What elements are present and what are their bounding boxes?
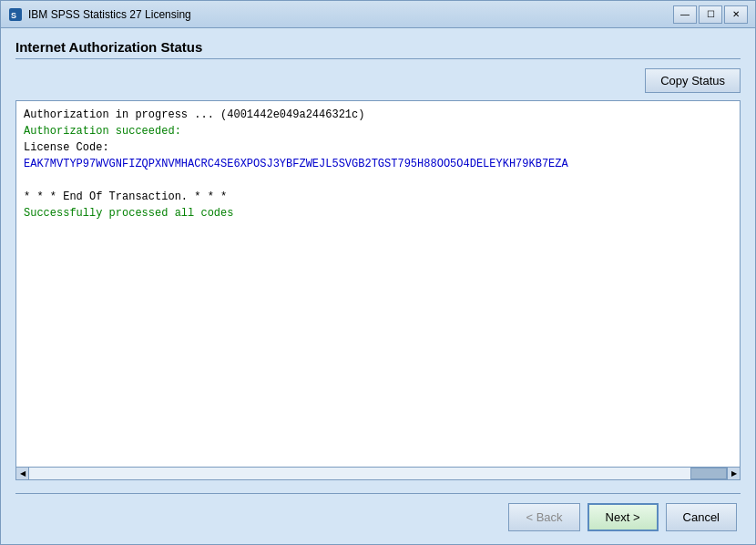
next-button[interactable]: Next >: [587, 503, 659, 531]
title-divider: [15, 58, 741, 59]
copy-status-row: Copy Status: [15, 68, 741, 93]
bottom-buttons: < Back Next > Cancel: [15, 503, 741, 531]
horizontal-scrollbar: ◀ ▶: [16, 467, 740, 479]
copy-status-button[interactable]: Copy Status: [645, 68, 741, 93]
log-line-7: Successfully processed all codes: [24, 205, 732, 221]
scroll-right-button[interactable]: ▶: [727, 468, 740, 480]
log-line-6: * * * End Of Transaction. * * *: [24, 189, 732, 205]
log-content: Authorization in progress ... (4001442e0…: [24, 107, 732, 221]
app-icon: S: [8, 7, 23, 22]
minimize-button[interactable]: —: [673, 5, 697, 24]
bottom-area: < Back Next > Cancel: [15, 488, 741, 537]
svg-text:S: S: [11, 11, 16, 20]
log-line-5: [24, 172, 732, 189]
bottom-divider: [15, 493, 741, 494]
log-line-1: Authorization in progress ... (4001442e0…: [24, 107, 732, 123]
log-line-4: EAK7MVTYP97WVGNFIZQPXNVMHACRC4SE6XPOSJ3Y…: [24, 156, 732, 172]
log-line-2: Authorization succeeded:: [24, 123, 732, 139]
cancel-button[interactable]: Cancel: [666, 503, 737, 531]
back-button[interactable]: < Back: [508, 503, 579, 531]
window-title: IBM SPSS Statistics 27 Licensing: [28, 8, 673, 21]
log-line-3: License Code:: [24, 139, 732, 156]
content-area: Internet Authorization Status Copy Statu…: [1, 28, 755, 544]
window-controls: — ☐ ✕: [673, 5, 748, 24]
scrollbar-track[interactable]: [29, 468, 727, 479]
page-title: Internet Authorization Status: [15, 39, 741, 55]
log-box: Authorization in progress ... (4001442e0…: [15, 100, 741, 480]
scrollbar-thumb[interactable]: [690, 468, 727, 479]
close-button[interactable]: ✕: [724, 5, 748, 24]
title-bar: S IBM SPSS Statistics 27 Licensing — ☐ ✕: [1, 1, 755, 28]
scroll-left-button[interactable]: ◀: [16, 468, 29, 480]
maximize-button[interactable]: ☐: [699, 5, 722, 24]
main-window: S IBM SPSS Statistics 27 Licensing — ☐ ✕…: [0, 0, 756, 545]
